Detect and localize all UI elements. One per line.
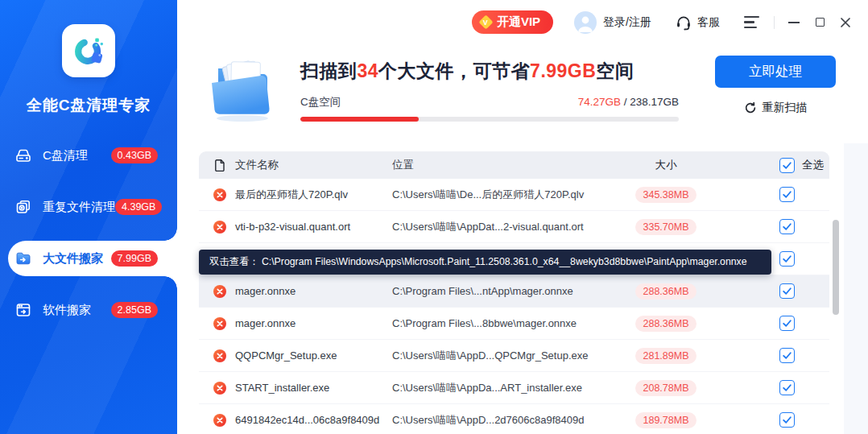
file-name: mager.onnxe <box>235 317 296 329</box>
minimize-button[interactable] <box>787 16 800 29</box>
size-badge: 7.99GB <box>111 250 158 267</box>
row-checkbox[interactable] <box>779 251 795 267</box>
sidebar-item-c-drive-clean[interactable]: C盘清理 0.43GB <box>0 138 177 173</box>
disk-label: C盘空间 <box>300 95 341 110</box>
login-register-button[interactable]: 登录/注册 <box>574 11 651 34</box>
main-content: V 开通VIP 登录/注册 <box>177 0 868 434</box>
titlebar: V 开通VIP 登录/注册 <box>177 0 868 44</box>
table-row[interactable]: 6491842ec14d...06c8a9f8409d C:\Users\喵喵\… <box>199 404 829 434</box>
table-row[interactable]: 最后的巫师猎人720P.qlv C:\Users\喵喵\De...后的巫师猎人7… <box>199 179 829 211</box>
drive-icon <box>14 147 32 164</box>
disk-usage-row: C盘空间 74.27GB / 238.17GB <box>300 95 679 110</box>
titlebar-divider <box>774 16 775 29</box>
refresh-icon <box>744 101 757 114</box>
sidebar-nav: C盘清理 0.43GB 重复文件清理 4.39GB <box>0 138 177 328</box>
folder-move-icon <box>14 250 32 267</box>
sidebar-item-label: C盘清理 <box>43 148 88 163</box>
file-size-badge: 189.78MB <box>635 412 697 428</box>
row-checkbox[interactable] <box>779 316 795 331</box>
size-badge: 2.85GB <box>111 302 158 318</box>
remove-file-icon[interactable] <box>213 188 226 201</box>
remove-file-icon[interactable] <box>213 382 226 395</box>
remove-file-icon[interactable] <box>213 414 226 427</box>
row-checkbox[interactable] <box>779 283 795 299</box>
table-row[interactable]: mager.onnxe C:\Program Files\...8bbwe\ma… <box>199 308 829 340</box>
disk-usage-numbers: 74.27GB / 238.17GB <box>578 96 679 108</box>
sidebar-item-big-file-move[interactable]: 大文件搬家 7.99GB <box>8 241 177 276</box>
file-name: mager.onnxe <box>235 285 296 297</box>
vip-gem-icon: V <box>478 14 493 29</box>
file-size-badge: 345.38MB <box>635 187 697 203</box>
file-name: 最后的巫师猎人720P.qlv <box>235 188 348 202</box>
table-row[interactable]: START_installer.exe C:\Users\喵喵\AppDa...… <box>199 372 829 404</box>
remove-file-icon[interactable] <box>213 317 226 330</box>
disk-total: 238.17GB <box>630 96 679 108</box>
customer-service-button[interactable]: 客服 <box>676 14 720 31</box>
vip-label: 开通VIP <box>497 14 540 30</box>
col-header-size: 大小 <box>614 158 718 172</box>
select-all-label: 全选 <box>802 158 824 172</box>
login-label: 登录/注册 <box>603 15 651 30</box>
software-move-icon <box>14 301 32 319</box>
open-vip-button[interactable]: V 开通VIP <box>472 10 553 34</box>
remove-file-icon[interactable] <box>213 285 226 298</box>
row-checkbox[interactable] <box>779 187 795 202</box>
file-size-badge: 288.36MB <box>635 283 697 300</box>
row-checkbox[interactable] <box>779 219 795 234</box>
duplicate-files-icon <box>14 198 32 216</box>
app-window: 全能C盘清理专家 C盘清理 0.43GB <box>0 0 868 434</box>
sidebar-item-label: 大文件搬家 <box>43 251 103 267</box>
close-button[interactable] <box>839 16 852 29</box>
file-location: C:\Program Files\...8bbwe\mager.onnxe <box>392 317 614 329</box>
file-location: C:\Program Files\...ntApp\mager.onnxe <box>392 285 614 297</box>
scan-actions: 立即处理 重新扫描 <box>715 49 836 143</box>
sidebar-item-duplicate-clean[interactable]: 重复文件清理 4.39GB <box>0 189 177 225</box>
file-name: vti-b-p32-visual.quant.ort <box>235 221 350 233</box>
scan-title-count: 34 <box>358 60 379 81</box>
file-doc-icon <box>213 159 226 172</box>
file-location: C:\Users\喵喵\AppD...2d7606c8a9f8409d <box>392 413 614 428</box>
app-title: 全能C盘清理专家 <box>0 95 177 116</box>
scan-info: 扫描到34个大文件，可节省7.99GB空间 C盘空间 74.27GB / 238… <box>300 49 679 143</box>
rescan-button[interactable]: 重新扫描 <box>744 101 808 115</box>
maximize-button[interactable] <box>813 16 826 29</box>
size-badge: 0.43GB <box>111 147 158 163</box>
file-name: 6491842ec14d...06c8a9f8409d <box>235 414 379 426</box>
scan-title: 扫描到34个大文件，可节省7.99GB空间 <box>300 59 679 84</box>
folder-3d-icon <box>205 52 279 143</box>
file-size-badge: 281.89MB <box>635 348 697 364</box>
scan-title-part: 扫描到 <box>300 60 358 81</box>
remove-file-icon[interactable] <box>213 221 226 234</box>
disk-usage-fill <box>300 117 419 122</box>
service-label: 客服 <box>697 15 720 30</box>
table-scrollbar-thumb[interactable] <box>833 220 839 315</box>
row-checkbox[interactable] <box>779 380 795 395</box>
file-location: C:\Users\喵喵\AppDat...2-visual.quant.ort <box>392 220 614 234</box>
disk-separator: / <box>621 96 630 108</box>
file-location: C:\Users\喵喵\AppDa...ART_installer.exe <box>392 381 614 395</box>
process-now-button[interactable]: 立即处理 <box>715 56 836 88</box>
col-header-location: 位置 <box>392 158 614 172</box>
menu-button[interactable] <box>744 16 762 29</box>
row-checkbox[interactable] <box>779 412 795 428</box>
scan-title-size: 7.99GB <box>530 60 596 81</box>
app-logo-icon <box>62 24 115 77</box>
file-location: C:\Users\喵喵\AppD...QPCMgr_Setup.exe <box>392 349 614 363</box>
size-badge: 4.39GB <box>115 199 162 215</box>
sidebar-item-software-move[interactable]: 软件搬家 2.85GB <box>0 292 177 328</box>
remove-file-icon[interactable] <box>213 349 226 362</box>
file-name: QQPCMgr_Setup.exe <box>235 349 337 362</box>
sidebar-item-label: 重复文件清理 <box>43 200 115 215</box>
select-all-checkbox[interactable] <box>779 158 795 173</box>
sidebar: 全能C盘清理专家 C盘清理 0.43GB <box>0 0 177 434</box>
file-size-badge: 208.78MB <box>635 380 697 396</box>
path-tooltip: 双击查看： C:\Program Files\WindowsApps\Micro… <box>199 250 771 275</box>
table-row[interactable]: QQPCMgr_Setup.exe C:\Users\喵喵\AppD...QPC… <box>199 340 829 372</box>
table-header-row: 文件名称 位置 大小 全选 <box>199 151 829 179</box>
scan-summary: 扫描到34个大文件，可节省7.99GB空间 C盘空间 74.27GB / 238… <box>177 44 868 143</box>
disk-used: 74.27GB <box>578 96 621 108</box>
table-row[interactable]: mager.onnxe C:\Program Files\...ntApp\ma… <box>199 275 829 308</box>
row-checkbox[interactable] <box>779 348 795 363</box>
table-row[interactable]: vti-b-p32-visual.quant.ort C:\Users\喵喵\A… <box>199 211 829 243</box>
sidebar-item-label: 软件搬家 <box>43 303 91 318</box>
